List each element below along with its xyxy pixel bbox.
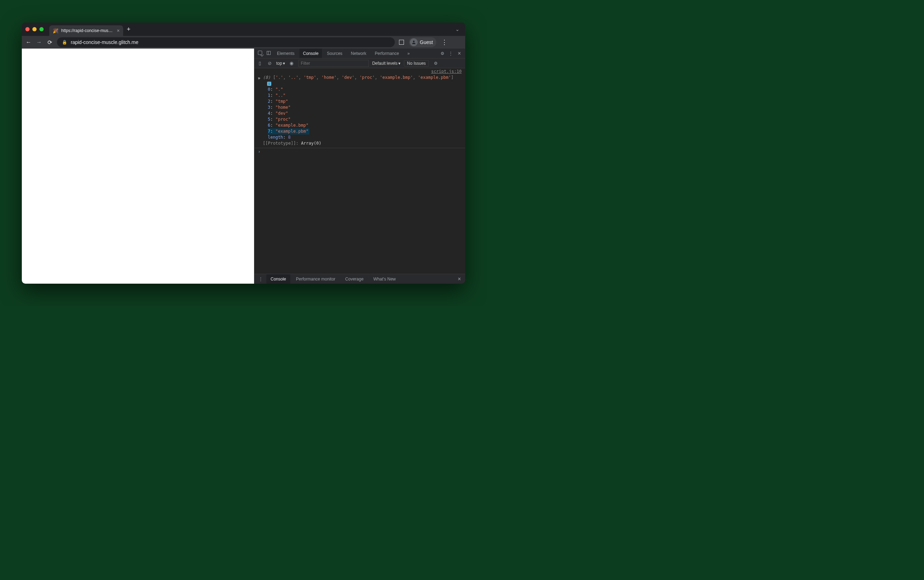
devtools-panel: Elements Console Sources Network Perform… [254,49,465,283]
console-sidebar-toggle[interactable]: ▯ [256,61,263,66]
array-length-row: length: 8 [268,134,462,140]
maximize-window-button[interactable] [39,27,44,31]
reload-button[interactable]: ⟳ [46,39,53,46]
window-controls [25,27,44,31]
tab-strip: 🎉 https://rapid-concise-muscle.g × + ⌄ [22,23,465,36]
inspect-element-button[interactable] [256,51,263,56]
chevron-down-icon: ▾ [283,61,285,66]
tab-elements[interactable]: Elements [273,49,298,58]
profile-label: Guest [420,40,433,45]
devtools-settings-button[interactable]: ⚙ [439,51,446,56]
tab-more[interactable]: » [404,49,413,58]
browser-window: 🎉 https://rapid-concise-muscle.g × + ⌄ ←… [22,23,465,283]
address-bar[interactable]: 🔒 rapid-concise-muscle.glitch.me [57,37,395,47]
array-length-badge: (8) [263,75,271,80]
array-entry-row[interactable]: 6: "example.bmp" [268,122,462,129]
address-text: rapid-concise-muscle.glitch.me [71,40,138,45]
devtools-drawer: ⋮ Console Performance monitor Coverage W… [255,274,465,283]
tab-console[interactable]: Console [299,49,322,58]
content-area: Elements Console Sources Network Perform… [22,49,465,283]
execution-context-label: top [276,61,282,66]
expand-toggle-icon[interactable]: ▼ [256,77,262,79]
tab-sources[interactable]: Sources [323,49,346,58]
clear-console-button[interactable]: ⊘ [266,61,273,66]
array-entry-row[interactable]: 4: "dev" [268,110,462,117]
live-expression-button[interactable]: ◉ [289,61,295,66]
back-button[interactable]: ← [25,39,32,45]
array-entry-row[interactable]: 2: "tmp" [268,99,462,104]
close-tab-button[interactable]: × [117,28,120,33]
source-link[interactable]: script.js:10 [431,69,462,74]
browser-toolbar: ← → ⟳ 🔒 rapid-concise-muscle.glitch.me G… [22,36,465,49]
avatar-icon [410,38,418,46]
close-window-button[interactable] [25,27,30,31]
chevron-down-icon: ▾ [398,61,400,66]
prototype-row[interactable]: ▼[[Prototype]]: Array(0) [263,140,462,147]
device-toolbar-button[interactable] [265,51,272,56]
console-output[interactable]: script.js:10 ▼ (8) ['.', '..', 'tmp', 'h… [255,68,465,274]
drawer-tab-whats-new[interactable]: What's New [369,274,400,283]
browser-menu-button[interactable]: ⋮ [441,38,447,46]
drawer-tab-console[interactable]: Console [266,274,290,283]
array-entry-row[interactable]: 5: "proc" [268,117,462,122]
array-entry-row[interactable]: 3: "home" [268,104,462,110]
tab-network[interactable]: Network [347,49,370,58]
log-levels-label: Default levels [372,61,398,66]
devtools-close-button[interactable]: × [455,50,463,57]
profile-button[interactable]: Guest [409,37,436,47]
minimize-window-button[interactable] [32,27,36,31]
devtools-tabbar: Elements Console Sources Network Perform… [255,49,465,58]
console-source-link: script.js:10 [255,68,465,75]
toolbar-right: Guest ⋮ [399,37,447,47]
console-prompt[interactable]: › [255,148,465,156]
drawer-tab-perf-monitor[interactable]: Performance monitor [292,274,340,283]
tab-title: https://rapid-concise-muscle.g [61,28,114,33]
devtools-menu-button[interactable]: ⋮ [447,51,454,56]
array-entry-row[interactable]: 7: "example.pbm" [268,129,309,134]
drawer-close-button[interactable]: × [455,276,463,282]
console-filter-input[interactable] [298,60,369,67]
forward-button[interactable]: → [36,39,42,45]
console-settings-button[interactable]: ⚙ [432,61,439,66]
page-viewport[interactable] [22,49,254,283]
new-tab-button[interactable]: + [127,26,130,33]
issues-button[interactable]: No Issues [404,60,429,66]
array-entry-row[interactable]: 0: "." [268,87,462,92]
info-icon[interactable]: i [267,82,271,86]
browser-tab[interactable]: 🎉 https://rapid-concise-muscle.g × [49,25,123,36]
array-entry-row[interactable]: 1: ".." [268,92,462,99]
array-preview[interactable]: (8) ['.', '..', 'tmp', 'home', 'dev', 'p… [263,75,454,80]
drawer-menu-button[interactable]: ⋮ [256,277,265,282]
console-log-entry: ▼ (8) ['.', '..', 'tmp', 'home', 'dev', … [255,75,465,148]
tabs-dropdown-button[interactable]: ⌄ [455,26,460,32]
log-levels-selector[interactable]: Default levels ▾ [372,61,400,66]
execution-context-selector[interactable]: top ▾ [276,61,285,66]
svg-point-0 [413,41,415,42]
side-panel-icon[interactable] [399,40,404,45]
tab-performance[interactable]: Performance [371,49,403,58]
drawer-tab-coverage[interactable]: Coverage [341,274,368,283]
tab-favicon-icon: 🎉 [53,28,58,33]
console-toolbar: ▯ ⊘ top ▾ ◉ Default levels ▾ No Issues ⚙ [255,58,465,68]
lock-icon: 🔒 [62,40,67,45]
array-entries: 0: "."1: ".."2: "tmp"3: "home"4: "dev"5:… [268,87,462,134]
